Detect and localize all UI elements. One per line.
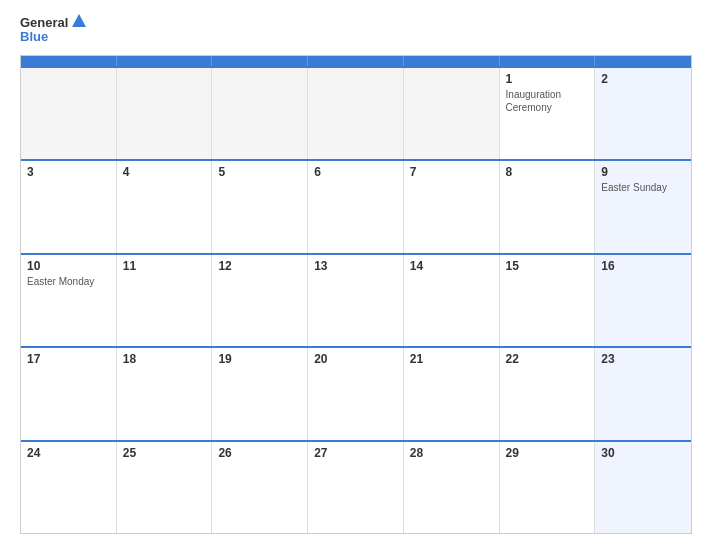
calendar-week-1: 1Inauguration Ceremony2	[21, 66, 691, 159]
day-number: 2	[601, 72, 685, 86]
calendar-cell-1-5	[404, 68, 500, 159]
day-number: 15	[506, 259, 589, 273]
header-friday	[404, 56, 500, 66]
header-monday	[21, 56, 117, 66]
calendar-cell-5-4: 27	[308, 442, 404, 533]
day-number: 26	[218, 446, 301, 460]
calendar-cell-2-2: 4	[117, 161, 213, 252]
logo-blue: Blue	[20, 30, 68, 44]
day-number: 23	[601, 352, 685, 366]
header-tuesday	[117, 56, 213, 66]
day-number: 24	[27, 446, 110, 460]
header-thursday	[308, 56, 404, 66]
header: General Blue	[20, 16, 692, 45]
day-number: 17	[27, 352, 110, 366]
logo-triangle-icon	[72, 14, 86, 27]
calendar-cell-2-4: 6	[308, 161, 404, 252]
calendar-cell-2-3: 5	[212, 161, 308, 252]
calendar-cell-1-1	[21, 68, 117, 159]
event-label: Easter Sunday	[601, 181, 685, 194]
calendar-cell-3-2: 11	[117, 255, 213, 346]
calendar: 1Inauguration Ceremony23456789Easter Sun…	[20, 55, 692, 534]
day-number: 29	[506, 446, 589, 460]
calendar-week-5: 24252627282930	[21, 440, 691, 533]
calendar-cell-2-6: 8	[500, 161, 596, 252]
calendar-cell-3-4: 13	[308, 255, 404, 346]
calendar-cell-3-1: 10Easter Monday	[21, 255, 117, 346]
header-saturday	[500, 56, 596, 66]
logo-general: General	[20, 16, 68, 30]
calendar-cell-1-3	[212, 68, 308, 159]
calendar-cell-1-4	[308, 68, 404, 159]
calendar-cell-4-3: 19	[212, 348, 308, 439]
calendar-header	[21, 56, 691, 66]
calendar-week-2: 3456789Easter Sunday	[21, 159, 691, 252]
event-label: Inauguration Ceremony	[506, 88, 589, 114]
calendar-cell-3-6: 15	[500, 255, 596, 346]
day-number: 21	[410, 352, 493, 366]
day-number: 12	[218, 259, 301, 273]
day-number: 19	[218, 352, 301, 366]
calendar-week-4: 17181920212223	[21, 346, 691, 439]
day-number: 7	[410, 165, 493, 179]
calendar-cell-1-6: 1Inauguration Ceremony	[500, 68, 596, 159]
calendar-cell-3-5: 14	[404, 255, 500, 346]
day-number: 14	[410, 259, 493, 273]
day-number: 30	[601, 446, 685, 460]
day-number: 5	[218, 165, 301, 179]
day-number: 11	[123, 259, 206, 273]
calendar-cell-5-6: 29	[500, 442, 596, 533]
day-number: 28	[410, 446, 493, 460]
calendar-body: 1Inauguration Ceremony23456789Easter Sun…	[21, 66, 691, 533]
calendar-cell-1-2	[117, 68, 213, 159]
calendar-cell-4-2: 18	[117, 348, 213, 439]
day-number: 13	[314, 259, 397, 273]
day-number: 10	[27, 259, 110, 273]
calendar-cell-2-1: 3	[21, 161, 117, 252]
day-number: 25	[123, 446, 206, 460]
day-number: 3	[27, 165, 110, 179]
calendar-cell-4-1: 17	[21, 348, 117, 439]
day-number: 8	[506, 165, 589, 179]
day-number: 22	[506, 352, 589, 366]
header-sunday	[595, 56, 691, 66]
day-number: 4	[123, 165, 206, 179]
calendar-cell-4-6: 22	[500, 348, 596, 439]
calendar-cell-4-5: 21	[404, 348, 500, 439]
event-label: Easter Monday	[27, 275, 110, 288]
day-number: 1	[506, 72, 589, 86]
calendar-cell-4-4: 20	[308, 348, 404, 439]
page: General Blue 1Inauguration Ceremony23456…	[0, 0, 712, 550]
day-number: 18	[123, 352, 206, 366]
calendar-cell-5-5: 28	[404, 442, 500, 533]
calendar-cell-5-1: 24	[21, 442, 117, 533]
day-number: 16	[601, 259, 685, 273]
calendar-cell-3-3: 12	[212, 255, 308, 346]
day-number: 20	[314, 352, 397, 366]
day-number: 6	[314, 165, 397, 179]
day-number: 9	[601, 165, 685, 179]
calendar-cell-2-7: 9Easter Sunday	[595, 161, 691, 252]
header-wednesday	[212, 56, 308, 66]
calendar-cell-4-7: 23	[595, 348, 691, 439]
calendar-cell-1-7: 2	[595, 68, 691, 159]
day-number: 27	[314, 446, 397, 460]
calendar-cell-5-2: 25	[117, 442, 213, 533]
calendar-cell-5-7: 30	[595, 442, 691, 533]
calendar-week-3: 10Easter Monday111213141516	[21, 253, 691, 346]
calendar-cell-3-7: 16	[595, 255, 691, 346]
logo: General Blue	[20, 16, 86, 45]
calendar-cell-5-3: 26	[212, 442, 308, 533]
calendar-cell-2-5: 7	[404, 161, 500, 252]
